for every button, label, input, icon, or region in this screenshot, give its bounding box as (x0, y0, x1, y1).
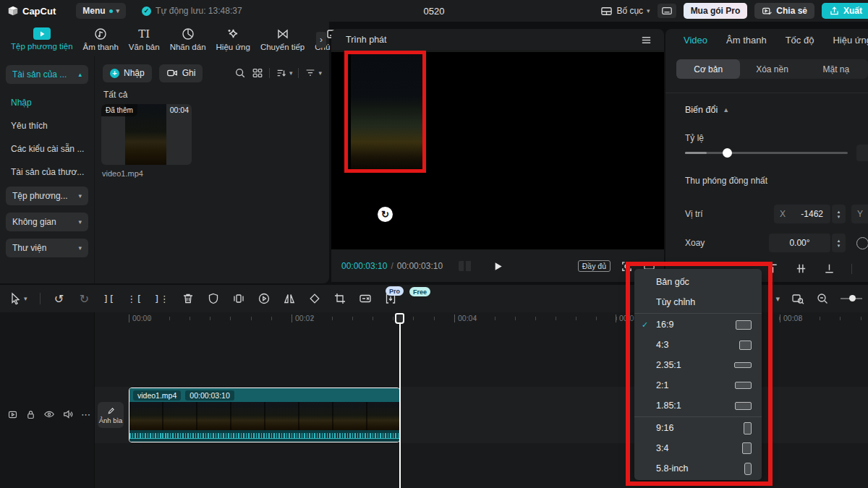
transform-section-header[interactable]: Biến đổi ▲ (685, 105, 729, 115)
mask-button[interactable] (207, 292, 220, 305)
position-x-input[interactable]: X -1462 (774, 205, 830, 223)
filter-all-label[interactable]: Tất cả (103, 90, 127, 100)
export-button[interactable]: Xuất (822, 3, 868, 19)
tab-text[interactable]: TI Văn bản (124, 27, 165, 51)
scale-slider[interactable] (685, 152, 848, 154)
speed-button[interactable] (258, 292, 271, 305)
fit-button[interactable]: Đầy đủ (578, 260, 610, 272)
subtab-remove-bg[interactable]: Xóa nền (740, 59, 804, 79)
overlay-button[interactable] (232, 292, 245, 305)
preview-frames-icon[interactable] (791, 292, 804, 305)
tab-effects[interactable]: Hiệu ứng (211, 27, 255, 51)
menu-item-9-16[interactable]: 9:16 (634, 418, 762, 438)
rotate-stepper[interactable]: ▲▼ (832, 234, 846, 252)
rotate-input[interactable]: 0.00° (769, 234, 830, 252)
center-horizontal-icon[interactable] (795, 262, 807, 275)
scale-value-box[interactable] (856, 145, 868, 161)
position-y-input[interactable]: Y (851, 205, 868, 223)
undo-button[interactable]: ↺ (53, 292, 66, 305)
preview-video-frame[interactable] (351, 54, 423, 170)
playhead-line[interactable] (399, 322, 401, 488)
sidebar-item-favorites[interactable]: Yêu thích (0, 114, 94, 137)
inspector-tab-effects[interactable]: Hiệu ứng (833, 35, 868, 46)
menu-item-16-9[interactable]: ✓ 16:9 (634, 314, 762, 335)
inspector-tab-speed[interactable]: Tốc độ (786, 35, 814, 46)
split-keep-right-button[interactable]: ]⋮ (154, 294, 169, 304)
captions-quick-button[interactable] (658, 4, 676, 18)
chevron-down-icon[interactable]: ▾ (775, 294, 780, 304)
menu-item-original[interactable]: Bản gốc (634, 272, 762, 292)
tab-transitions[interactable]: Chuyển tiếp (255, 27, 310, 51)
menu-item-2-35-1[interactable]: 2.35:1 (634, 355, 762, 375)
delete-button[interactable] (182, 292, 195, 305)
menu-item-2-1[interactable]: 2:1 (634, 375, 762, 395)
sidebar-item-my-assets[interactable]: Tài sản của ... ▴ (6, 65, 88, 84)
divider (851, 264, 852, 274)
rotate-button[interactable] (308, 292, 321, 305)
zoom-slider-handle[interactable] (849, 295, 856, 301)
inspector-tab-audio[interactable]: Âm thanh (726, 35, 767, 46)
media-clip-card[interactable]: Đã thêm 00:04 (101, 104, 192, 165)
position-x-stepper[interactable]: ▲▼ (832, 205, 846, 223)
sidebar-item-media-group[interactable]: Tệp phương... ▾ (6, 187, 88, 205)
mirror-button[interactable] (283, 292, 296, 305)
menu-item-5-8-inch[interactable]: 5.8-inch (634, 458, 762, 479)
zoom-out-icon[interactable] (816, 292, 829, 305)
select-tool-button[interactable]: ▾ (9, 292, 27, 305)
tab-stickers[interactable]: Nhãn dán (165, 27, 211, 51)
rotate-reset-icon[interactable] (856, 237, 868, 249)
filter-button[interactable]: ▾ (305, 67, 322, 79)
menu-item-1-85-1[interactable]: 1.85:1 (634, 395, 762, 416)
subtab-mask[interactable]: Mặt nạ (804, 59, 868, 79)
ruler-label: 00:04 (454, 314, 477, 322)
align-bottom-icon[interactable] (823, 262, 835, 275)
sidebar-item-library[interactable]: Thư viện ▾ (6, 239, 88, 257)
align-top-icon[interactable] (767, 262, 779, 275)
play-button[interactable] (492, 260, 504, 273)
sidebar-item-presets[interactable]: Các kiểu cài sẵn ... (0, 137, 94, 160)
top-bar: CapCut Menu ▾ ✓ Tự động lưu: 13:48:37 05… (0, 0, 868, 22)
tab-audio[interactable]: Âm thanh (78, 27, 124, 51)
aspect-ratio-menu: Bản gốc Tùy chỉnh ✓ 16:9 4:3 2.35:1 2:1 … (634, 269, 762, 480)
tab-media[interactable]: Tệp phương tiện (6, 27, 78, 51)
redo-button[interactable]: ↻ (78, 292, 91, 305)
timeline-zoom-slider[interactable] (841, 298, 862, 299)
menu-item-3-4[interactable]: 3:4 (634, 438, 762, 458)
sidebar-item-brand-assets[interactable]: Tài sản của thươ... (0, 160, 94, 184)
ratio-5-8-inch-icon (744, 463, 752, 475)
share-button[interactable]: Chia sẻ (754, 3, 814, 19)
autosave-status: ✓ Tự động lưu: 13:48:37 (142, 6, 242, 16)
focus-zoom-icon[interactable] (621, 260, 633, 273)
rotate-handle[interactable]: ↻ (378, 207, 393, 222)
cover-button[interactable]: Ảnh bìa (98, 402, 124, 428)
player-menu-icon[interactable] (640, 34, 652, 46)
caption-remove-button[interactable] (359, 292, 372, 305)
search-icon[interactable] (234, 67, 246, 79)
layout-icon (600, 5, 613, 17)
sidebar-item-spaces[interactable]: Không gian ▾ (6, 213, 88, 231)
split-button[interactable]: ][ (103, 294, 115, 304)
split-keep-left-button[interactable]: ⋮[ (127, 294, 142, 304)
menu-button[interactable]: Menu ▾ (76, 3, 126, 19)
eye-icon[interactable] (43, 408, 55, 420)
sort-button[interactable]: ▾ (276, 67, 293, 79)
layout-button[interactable]: Bố cục ▾ (600, 5, 650, 17)
crop-button[interactable] (333, 292, 346, 305)
inspector-tab-video[interactable]: Video (684, 35, 707, 46)
menu-item-custom[interactable]: Tùy chỉnh (634, 292, 762, 312)
preview-canvas[interactable]: ↻ (331, 52, 664, 249)
lock-icon[interactable] (25, 409, 36, 420)
import-button[interactable]: + Nhập (103, 64, 152, 82)
subtab-basic[interactable]: Cơ bản (676, 59, 740, 79)
grid-view-icon[interactable] (252, 67, 263, 79)
sidebar-item-import[interactable]: Nhập (0, 91, 94, 114)
playhead-handle[interactable] (395, 313, 404, 324)
more-options-icon[interactable]: ⋯ (81, 409, 91, 420)
menu-item-4-3[interactable]: 4:3 (634, 335, 762, 355)
scale-slider-handle[interactable] (723, 148, 732, 158)
speaker-icon[interactable] (62, 408, 74, 420)
timeline-clip[interactable]: video1.mp4 00:00:03:10 (129, 388, 400, 442)
tab-overflow-button[interactable]: › (316, 32, 326, 48)
buy-pro-button[interactable]: Mua gói Pro (684, 3, 748, 19)
record-button[interactable]: Ghi (159, 64, 203, 82)
